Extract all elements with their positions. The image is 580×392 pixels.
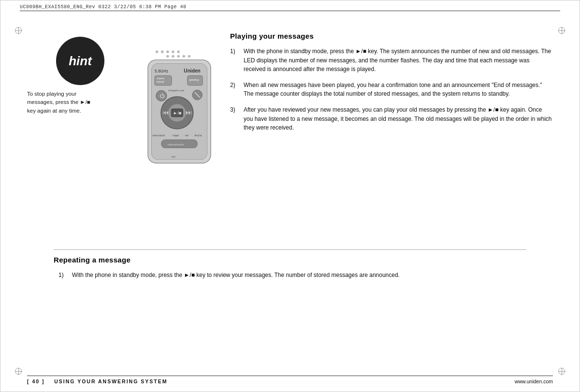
svg-text:menu/clock: menu/clock xyxy=(152,134,165,137)
svg-point-7 xyxy=(177,55,180,58)
repeat-item-num-1: 1) xyxy=(58,271,72,280)
hint-label: hint xyxy=(69,54,92,69)
repeat-item-body-1: With the phone in standby mode, press th… xyxy=(72,271,526,280)
content-area: hint To stop playing your messages, pres… xyxy=(27,17,553,365)
svg-text:⏭: ⏭ xyxy=(186,109,192,116)
item-num-2: 2) xyxy=(230,81,244,99)
item-num-1: 1) xyxy=(230,47,244,74)
footer: [ 40 ] USING YOUR ANSWERING SYSTEM www.u… xyxy=(27,376,553,384)
svg-text:mic: mic xyxy=(171,155,175,158)
footer-right: www.uniden.com xyxy=(515,378,553,384)
svg-text:volume/select: volume/select xyxy=(168,143,184,146)
section-divider xyxy=(54,249,526,250)
svg-text:ringer: ringer xyxy=(173,134,179,137)
hint-caption: To stop playing your messages, press the… xyxy=(27,90,133,115)
reg-mark-top-left xyxy=(15,27,22,34)
reg-mark-bottom-right xyxy=(558,368,565,375)
svg-point-4 xyxy=(177,50,180,53)
svg-text:greeting: greeting xyxy=(189,78,199,81)
phone-svg: 5.8GHz Uniden memo record greeting ⏻ cha… xyxy=(133,46,225,172)
right-column: Playing your messages 1) With the phone … xyxy=(230,32,553,139)
section1-item-3: 3) After you have reviewed your new mess… xyxy=(230,105,553,132)
item-body-1: With the phone in standby mode, press th… xyxy=(244,47,553,74)
section2-title: Repeating a message xyxy=(54,256,526,264)
item-body-3: After you have reviewed your new message… xyxy=(244,105,553,132)
svg-text:find hs: find hs xyxy=(195,134,202,137)
section2-item-1: 1) With the phone in standby mode, press… xyxy=(58,271,526,280)
section1-item-1: 1) With the phone in standby mode, press… xyxy=(230,47,553,74)
item-body-2: When all new messages have been played, … xyxy=(244,81,553,99)
svg-text:5.8GHz: 5.8GHz xyxy=(155,69,168,73)
svg-text:record: record xyxy=(157,80,164,83)
svg-text:charge/in use: charge/in use xyxy=(168,89,184,92)
section1-item-2: 2) When all new messages have been playe… xyxy=(230,81,553,99)
header-bar: UC009BH_EXAI5580_ENG_Rev 0322 3/22/05 6:… xyxy=(20,4,560,11)
svg-text:⏻: ⏻ xyxy=(160,93,165,99)
svg-text:set: set xyxy=(185,134,188,137)
page-number: [ 40 ] xyxy=(27,378,45,384)
reg-mark-top-right xyxy=(558,27,565,34)
svg-text:⏮: ⏮ xyxy=(162,109,169,116)
svg-text:memo: memo xyxy=(157,77,164,80)
svg-point-9 xyxy=(188,55,191,58)
section2-area: Repeating a message 1) With the phone in… xyxy=(54,249,526,280)
footer-left: [ 40 ] USING YOUR ANSWERING SYSTEM xyxy=(27,378,167,384)
svg-text:Uniden: Uniden xyxy=(184,68,201,73)
svg-point-8 xyxy=(183,55,186,58)
reg-mark-bottom-left xyxy=(15,368,22,375)
svg-point-6 xyxy=(172,55,174,58)
svg-point-3 xyxy=(172,50,174,53)
svg-text:►/■: ►/■ xyxy=(173,111,182,116)
footer-website: www.uniden.com xyxy=(515,378,553,384)
left-column: hint To stop playing your messages, pres… xyxy=(27,37,133,115)
header-text: UC009BH_EXAI5580_ENG_Rev 0322 3/22/05 6:… xyxy=(20,4,187,10)
svg-point-5 xyxy=(166,55,169,58)
svg-point-1 xyxy=(161,50,164,53)
phone-image: 5.8GHz Uniden memo record greeting ⏻ cha… xyxy=(133,46,225,172)
footer-using-text: USING YOUR ANSWERING SYSTEM xyxy=(54,378,167,384)
section1-title: Playing your messages xyxy=(230,32,553,40)
hint-circle: hint xyxy=(56,37,104,85)
page: UC009BH_EXAI5580_ENG_Rev 0322 3/22/05 6:… xyxy=(0,0,580,392)
item-num-3: 3) xyxy=(230,105,244,132)
svg-point-0 xyxy=(156,50,159,53)
svg-point-2 xyxy=(166,50,169,53)
